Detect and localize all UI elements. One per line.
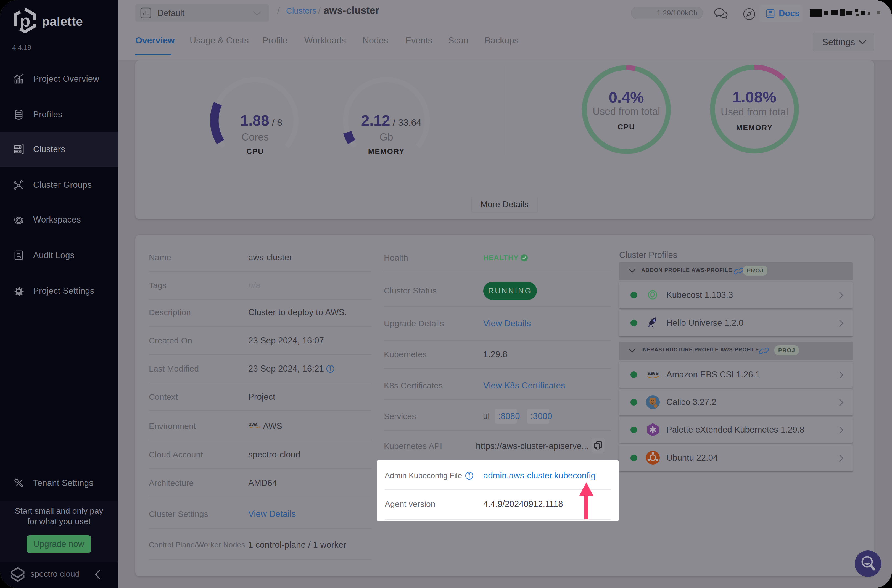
svg-text:p: p [20, 11, 30, 30]
svg-text:aws: aws [249, 422, 258, 427]
svg-text:aws: aws [647, 369, 659, 376]
